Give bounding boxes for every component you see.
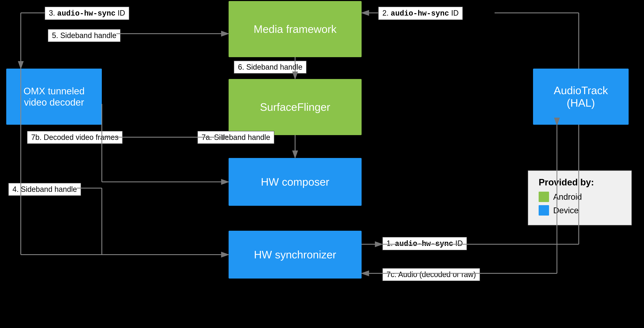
legend-device: Device	[539, 205, 621, 216]
label-7c-audio: 7c. Audio (decoded or raw)	[382, 268, 480, 281]
surface-flinger-label: SurfaceFlinger	[260, 101, 330, 113]
label-6-sideband: 6. Sideband handle	[234, 61, 306, 74]
device-label: Device	[553, 206, 578, 215]
label-5-sideband: 5. Sideband handle	[48, 29, 120, 42]
label-7b-decoded: 7b. Decoded video frames	[27, 131, 122, 144]
android-swatch	[539, 192, 549, 202]
device-swatch	[539, 205, 549, 216]
label-2-audio-hw-sync: 2. audio-hw-sync ID	[378, 7, 463, 20]
label-4-sideband: 4. Sideband handle	[8, 183, 81, 196]
hw-composer-block: HW composer	[228, 158, 362, 206]
media-framework-block: Media framework	[228, 1, 362, 57]
media-framework-label: Media framework	[254, 23, 337, 35]
audiotrack-label: AudioTrack(HAL)	[554, 84, 608, 109]
legend-title: Provided by:	[539, 177, 621, 188]
legend-android: Android	[539, 192, 621, 202]
label-3-audio-hw-sync: 3. audio-hw-sync ID	[45, 7, 129, 20]
surface-flinger-block: SurfaceFlinger	[228, 79, 362, 135]
audiotrack-block: AudioTrack(HAL)	[533, 68, 628, 125]
hw-composer-label: HW composer	[261, 176, 329, 188]
label-7a-sideband: 7a. Sideband handle	[198, 131, 274, 144]
label-1-audio-hw-sync: 1. audio-hw-sync ID	[382, 237, 467, 250]
hw-synchronizer-block: HW synchronizer	[228, 231, 362, 278]
omx-label: OMX tunneledvideo decoder	[24, 86, 84, 108]
omx-block: OMX tunneledvideo decoder	[6, 68, 102, 125]
hw-synchronizer-label: HW synchronizer	[254, 248, 336, 261]
legend-box: Provided by: Android Device	[528, 170, 632, 225]
android-label: Android	[553, 192, 582, 202]
